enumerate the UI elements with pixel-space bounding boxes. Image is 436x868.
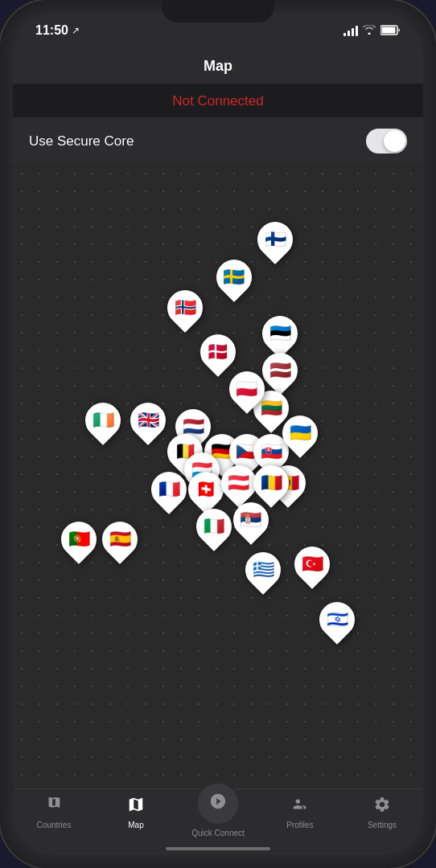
pin-flag-shape: 🇪🇪 (254, 308, 304, 358)
tab-map[interactable]: Map (95, 796, 177, 829)
connection-status-bar: Not Connected (13, 84, 423, 117)
pin-flag-emoji: 🇮🇪 (87, 403, 119, 438)
profiles-icon (291, 796, 309, 818)
pin-flag-emoji: 🇷🇸 (235, 502, 267, 538)
pin-fr[interactable]: 🇫🇷 (151, 472, 187, 507)
pin-it[interactable]: 🇮🇹 (196, 509, 232, 544)
phone-frame: 11:50 ↗ (0, 0, 436, 868)
svg-point-0 (368, 33, 371, 35)
pin-ie[interactable]: 🇮🇪 (85, 403, 121, 438)
pin-flag-emoji: 🇸🇪 (218, 260, 250, 295)
pin-flag-emoji: 🇱🇻 (264, 353, 296, 388)
pin-flag-shape: 🇮🇪 (78, 395, 128, 445)
tab-quick-connect-label: Quick Connect (191, 829, 245, 837)
secure-core-label: Use Secure Core (29, 133, 134, 149)
home-indicator (166, 847, 270, 850)
secure-core-row: Use Secure Core (13, 117, 423, 165)
countries-icon (45, 796, 63, 818)
battery-icon (380, 25, 401, 37)
tab-countries-label: Countries (37, 821, 72, 829)
pin-flag-shape: 🇹🇷 (287, 539, 337, 589)
pin-flag-shape: 🇺🇦 (275, 408, 325, 458)
pin-at[interactable]: 🇦🇹 (221, 465, 257, 501)
pin-flag-shape: 🇬🇧 (123, 395, 173, 445)
pin-flag-emoji: 🇪🇸 (104, 522, 136, 557)
pin-gr[interactable]: 🇬🇷 (245, 552, 281, 588)
pin-flag-shape: 🇷🇸 (226, 495, 276, 545)
tab-settings-label: Settings (368, 821, 397, 829)
toggle-thumb (384, 130, 405, 152)
pin-flag-emoji: 🇵🇱 (231, 371, 263, 407)
map-area[interactable]: 🇫🇮 🇸🇪 🇳🇴 🇪🇪 🇱🇻 🇱🇹 🇩🇰 🇵🇱 🇮🇪 (13, 165, 423, 788)
pin-flag-shape: 🇬🇷 (238, 545, 288, 595)
pin-flag-shape: 🇪🇸 (94, 514, 144, 563)
status-time: 11:50 (35, 23, 68, 38)
top-nav: Map (13, 48, 423, 84)
pin-ee[interactable]: 🇪🇪 (262, 316, 298, 351)
pin-fi[interactable]: 🇫🇮 (257, 222, 293, 257)
pin-flag-emoji: 🇫🇷 (153, 472, 185, 507)
pin-flag-emoji: 🇪🇪 (264, 316, 296, 351)
pin-il[interactable]: 🇮🇱 (319, 602, 355, 637)
tab-quick-connect[interactable]: Quick Connect (177, 781, 259, 837)
location-icon: ↗ (72, 25, 80, 36)
pin-pl[interactable]: 🇵🇱 (229, 371, 265, 407)
pin-flag-emoji: 🇫🇮 (259, 222, 291, 257)
pin-flag-shape: 🇫🇷 (144, 464, 194, 514)
pin-flag-emoji: 🇮🇱 (321, 602, 353, 637)
pin-flag-emoji: 🇬🇧 (132, 403, 164, 438)
settings-icon (373, 796, 391, 818)
pin-lv[interactable]: 🇱🇻 (262, 353, 298, 388)
pin-flag-shape: 🇮🇱 (312, 595, 362, 645)
notch (162, 0, 274, 23)
pin-flag-shape: 🇩🇰 (193, 327, 243, 377)
pin-flag-shape: 🇸🇪 (209, 252, 259, 302)
pin-ua[interactable]: 🇺🇦 (282, 416, 318, 451)
pin-ro[interactable]: 🇷🇴 (253, 465, 289, 501)
pin-flag-emoji: 🇦🇹 (223, 465, 255, 501)
quick-connect-icon (209, 792, 227, 815)
pin-pt[interactable]: 🇵🇹 (61, 522, 97, 557)
pin-flag-emoji: 🇨🇭 (190, 472, 222, 507)
pin-flag-emoji: 🇹🇷 (296, 547, 328, 582)
pin-no[interactable]: 🇳🇴 (167, 290, 203, 326)
pin-flag-emoji: 🇩🇰 (202, 334, 234, 370)
tab-map-label: Map (128, 821, 143, 829)
pin-flag-emoji: 🇺🇦 (284, 416, 316, 451)
phone-screen: 11:50 ↗ (13, 13, 423, 855)
page-title: Map (204, 58, 232, 75)
tab-settings[interactable]: Settings (341, 796, 423, 829)
tab-countries[interactable]: Countries (13, 796, 95, 829)
pin-flag-shape: 🇳🇴 (160, 283, 210, 333)
quick-connect-circle (195, 781, 241, 826)
signal-icon (343, 26, 358, 36)
wifi-icon (363, 24, 376, 37)
pin-se[interactable]: 🇸🇪 (216, 260, 252, 295)
tab-profiles[interactable]: Profiles (259, 796, 341, 829)
pin-flag-emoji: 🇵🇹 (63, 522, 95, 557)
tab-profiles-label: Profiles (286, 821, 313, 829)
tab-bar: Countries Map Quick Co (13, 788, 423, 855)
svg-rect-2 (382, 27, 396, 33)
pin-flag-emoji: 🇳🇴 (169, 290, 201, 326)
pin-flag-emoji: 🇬🇷 (247, 552, 279, 588)
pin-flag-shape: 🇵🇱 (222, 364, 272, 414)
pin-gb[interactable]: 🇬🇧 (130, 403, 166, 438)
pin-flag-emoji: 🇮🇹 (198, 509, 230, 544)
status-icons (343, 24, 401, 37)
pin-dk[interactable]: 🇩🇰 (200, 334, 236, 370)
pin-ch[interactable]: 🇨🇭 (188, 472, 224, 507)
pin-tr[interactable]: 🇹🇷 (294, 547, 330, 582)
pin-es[interactable]: 🇪🇸 (102, 522, 138, 557)
map-icon (127, 796, 145, 818)
connection-status-text: Not Connected (172, 93, 263, 108)
pin-flag-shape: 🇵🇹 (53, 514, 103, 563)
pin-flag-shape: 🇫🇮 (250, 215, 300, 264)
pin-rs[interactable]: 🇷🇸 (233, 502, 269, 538)
pin-flag-shape: 🇷🇴 (246, 458, 296, 508)
secure-core-toggle[interactable] (366, 129, 407, 154)
pin-flag-emoji: 🇷🇴 (255, 465, 287, 501)
pin-flag-shape: 🇮🇹 (189, 502, 239, 551)
